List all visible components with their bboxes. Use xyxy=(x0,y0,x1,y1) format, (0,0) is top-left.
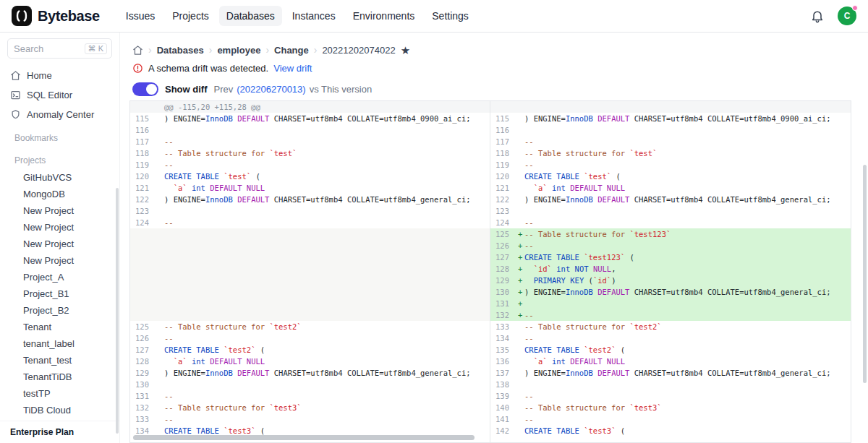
line-code: `a` int DEFAULT NULL xyxy=(155,356,490,367)
line-number: 116 xyxy=(130,124,155,136)
view-drift-link[interactable]: View drift xyxy=(273,63,312,74)
project-item[interactable]: New Project xyxy=(0,236,119,252)
line-code: -- xyxy=(155,390,490,402)
drift-alert: A schema drift was detected. View drift xyxy=(132,63,868,74)
line-code xyxy=(515,205,851,217)
sidebar-item-anomaly-center[interactable]: Anomaly Center xyxy=(0,105,119,124)
line-number: 123 xyxy=(130,205,155,217)
sidebar-item-label: Anomaly Center xyxy=(27,109,94,120)
line-number: 122 xyxy=(490,194,515,205)
project-item[interactable]: MongoDB xyxy=(0,186,119,202)
line-code xyxy=(155,205,490,217)
nav-item-projects[interactable]: Projects xyxy=(165,6,216,26)
line-number: 127 xyxy=(130,344,155,356)
diff-spacer-row xyxy=(130,240,490,251)
star-icon[interactable]: ★ xyxy=(401,45,410,56)
line-code: -- Table structure for `test3` xyxy=(515,402,851,413)
line-number: 116 xyxy=(490,124,515,136)
diff-context-line: 119-- xyxy=(490,159,851,171)
line-number: 128 xyxy=(130,356,155,367)
project-item[interactable]: Project_B1 xyxy=(0,285,119,302)
project-item[interactable]: New Project xyxy=(0,252,119,269)
search-box[interactable]: ⌘ K xyxy=(7,38,112,59)
line-code: ) ENGINE=InnoDB DEFAULT CHARSET=utf8mb4 … xyxy=(515,194,851,205)
breadcrumb-item[interactable]: employee xyxy=(217,45,260,56)
nav-item-databases[interactable]: Databases xyxy=(219,6,282,26)
project-item[interactable]: TenantTiDB xyxy=(0,369,119,385)
diff-context-line: 121 `a` int DEFAULT NULL xyxy=(130,182,490,194)
prev-label: Prev xyxy=(214,84,234,95)
nav-item-instances[interactable]: Instances xyxy=(285,6,343,26)
line-code: -- Table structure for `test` xyxy=(515,147,851,159)
line-code: CREATE TABLE `test2` ( xyxy=(515,344,851,356)
diff-horizontal-scrollbar[interactable] xyxy=(133,435,848,440)
diff-context-line: 140-- Table structure for `test3` xyxy=(490,402,851,413)
project-item[interactable]: New Project xyxy=(0,219,119,236)
line-number xyxy=(130,240,155,251)
show-diff-toggle[interactable] xyxy=(132,82,158,96)
sidebar: ⌘ K Home SQL Editor Anomaly Center Bookm… xyxy=(0,33,120,443)
line-number: 120 xyxy=(490,171,515,182)
diff-context-line: 126-- xyxy=(130,332,490,344)
diff-context-line: 116 xyxy=(490,124,851,136)
sidebar-item-home[interactable]: Home xyxy=(0,66,119,85)
sidebar-item-label: Home xyxy=(27,70,52,81)
line-number: 139 xyxy=(490,390,515,402)
prev-version-link[interactable]: (202206270013) xyxy=(237,84,305,95)
diff-context-line: 130 xyxy=(130,379,490,390)
project-item[interactable]: testTP xyxy=(0,385,119,402)
line-code: CREATE TABLE `test2` ( xyxy=(155,344,490,356)
notification-bell-icon[interactable] xyxy=(810,9,825,23)
line-code xyxy=(155,251,490,263)
line-number xyxy=(130,309,155,321)
line-number: 125 xyxy=(130,321,155,332)
line-number xyxy=(130,263,155,275)
breadcrumb-separator: › xyxy=(265,44,269,56)
diff-context-line: 134-- xyxy=(490,332,851,344)
diff-added-line: 129+ PRIMARY KEY (`id`) xyxy=(490,275,851,286)
diff-context-line: 120CREATE TABLE `test` ( xyxy=(130,171,490,182)
project-item[interactable]: TiDB Cloud xyxy=(0,402,119,418)
diff-context-line: 119-- xyxy=(130,159,490,171)
sidebar-scrollbar[interactable] xyxy=(116,188,119,434)
notification-dot xyxy=(852,5,858,11)
home-icon[interactable] xyxy=(132,45,143,56)
scrollbar-thumb[interactable] xyxy=(133,435,475,440)
diff-context-line: 141-- xyxy=(490,413,851,425)
line-code: +CREATE TABLE `test123` ( xyxy=(515,251,851,263)
diff-added-line: 131+ xyxy=(490,298,851,309)
bytebase-logo-icon xyxy=(12,6,32,26)
line-code: ) ENGINE=InnoDB DEFAULT CHARSET=utf8mb4 … xyxy=(515,367,851,379)
nav-item-issues[interactable]: Issues xyxy=(119,6,162,26)
project-item[interactable]: Project_A xyxy=(0,269,119,285)
line-number: 118 xyxy=(130,147,155,159)
project-item[interactable]: New Project xyxy=(0,202,119,219)
nav-item-settings[interactable]: Settings xyxy=(425,6,476,26)
project-item[interactable]: Tenant xyxy=(0,319,119,335)
diff-spacer-row xyxy=(130,286,490,298)
alert-circle-icon xyxy=(132,63,143,74)
diff-context-line: 115) ENGINE=InnoDB DEFAULT CHARSET=utf8m… xyxy=(490,113,851,124)
line-number: 129 xyxy=(490,275,515,286)
brand[interactable]: Bytebase xyxy=(12,6,100,26)
line-number: 126 xyxy=(130,332,155,344)
window-scrollbar[interactable] xyxy=(863,165,867,383)
project-item[interactable]: Project_B2 xyxy=(0,302,119,319)
breadcrumb-item[interactable]: Change xyxy=(274,45,309,56)
nav-item-environments[interactable]: Environments xyxy=(346,6,422,26)
line-code: -- Table structure for `test` xyxy=(155,147,490,159)
line-code xyxy=(155,124,490,136)
line-code: -- Table structure for `test2` xyxy=(155,321,490,332)
search-input[interactable] xyxy=(14,43,82,54)
projects-section-label[interactable]: Projects xyxy=(0,147,119,169)
line-code xyxy=(155,309,490,321)
sidebar-item-sql-editor[interactable]: SQL Editor xyxy=(0,85,119,105)
line-code xyxy=(515,124,851,136)
breadcrumb-item[interactable]: Databases xyxy=(157,45,204,56)
breadcrumb-separator: › xyxy=(209,44,213,56)
breadcrumb-item[interactable]: 20221202074022 xyxy=(322,45,395,56)
project-item[interactable]: GitHubVCS xyxy=(0,169,119,186)
project-item[interactable]: tenant_label xyxy=(0,335,119,352)
project-item[interactable]: Tenant_test xyxy=(0,352,119,369)
bookmarks-section-label[interactable]: Bookmarks xyxy=(0,124,119,147)
